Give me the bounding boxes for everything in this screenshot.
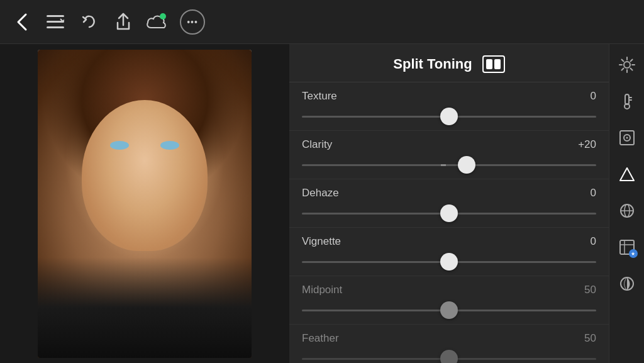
feather-slider-header: Feather 50 (302, 332, 596, 345)
light-icon[interactable] (615, 53, 639, 77)
dehaze-label: Dehaze (302, 187, 339, 199)
midpoint-label: Midpoint (302, 284, 342, 296)
midpoint-value: 50 (584, 284, 596, 296)
back-button[interactable] (10, 11, 33, 33)
texture-thumb[interactable] (440, 108, 458, 125)
optics-icon[interactable] (615, 199, 639, 223)
dehaze-slider-section: Dehaze 0 (289, 179, 609, 228)
svg-line-11 (630, 60, 632, 62)
svg-point-3 (624, 62, 630, 68)
color-icon[interactable] (615, 89, 639, 113)
clarity-slider-header: Clarity +20 (302, 138, 596, 151)
clarity-dash (441, 164, 446, 166)
svg-line-10 (621, 69, 623, 70)
svg-rect-12 (625, 94, 629, 104)
feather-track[interactable] (302, 350, 596, 363)
svg-point-18 (626, 137, 628, 139)
midpoint-slider-section: Midpoint 50 (289, 276, 609, 325)
main-content: Split Toning Texture 0 (0, 44, 644, 363)
photo-panel (0, 44, 289, 363)
more-dots: ••• (187, 17, 198, 27)
panel-title: Split Toning (393, 56, 472, 72)
dehaze-thumb[interactable] (440, 204, 458, 222)
photo-right-eye (160, 141, 179, 150)
texture-value: 0 (591, 90, 596, 103)
menu-button[interactable] (44, 11, 67, 33)
photo-face (82, 100, 208, 251)
geometry-badge: ★ (629, 249, 638, 258)
clarity-slider-section: Clarity +20 (289, 131, 609, 179)
dehaze-track[interactable] (302, 204, 596, 222)
feather-value: 50 (584, 332, 596, 345)
sliders-panel: Split Toning Texture 0 (289, 44, 609, 363)
toolbar-left: ••• (10, 9, 634, 35)
toolbar: ••• (0, 0, 644, 44)
svg-line-8 (621, 60, 623, 62)
texture-slider-section: Texture 0 (289, 82, 609, 131)
photo-left-eye (110, 141, 129, 150)
vignette-slider-header: Vignette 0 (302, 235, 596, 248)
split-toning-icon[interactable] (482, 55, 505, 73)
dehaze-value: 0 (591, 187, 596, 199)
geometry-icon[interactable]: ★ (615, 235, 639, 259)
panel-header: Split Toning (289, 44, 609, 82)
clarity-track[interactable] (302, 156, 596, 174)
more-button[interactable]: ••• (180, 9, 205, 35)
texture-track[interactable] (302, 108, 596, 125)
cloud-button[interactable] (146, 11, 169, 33)
effects-icon[interactable] (615, 162, 639, 186)
icon-rail: ★ (609, 44, 644, 363)
midpoint-track[interactable] (302, 301, 596, 319)
feather-thumb[interactable] (440, 350, 458, 363)
midpoint-slider-header: Midpoint 50 (302, 284, 596, 296)
svg-rect-0 (47, 15, 64, 17)
clarity-value: +20 (578, 138, 596, 151)
vignette-track[interactable] (302, 253, 596, 271)
svg-rect-1 (47, 21, 64, 23)
svg-line-9 (630, 69, 632, 70)
photo (38, 50, 252, 358)
clarity-thumb[interactable] (458, 156, 475, 174)
vignette-slider-section: Vignette 0 (289, 228, 609, 276)
cloud-status-dot (160, 13, 166, 20)
right-panel: Split Toning Texture 0 (289, 44, 644, 363)
feather-slider-section: Feather 50 (289, 325, 609, 363)
photo-jacket (38, 257, 252, 358)
share-button[interactable] (112, 11, 135, 33)
vignette-label: Vignette (302, 235, 341, 248)
snapshots-icon[interactable] (615, 272, 639, 296)
texture-label: Texture (302, 90, 337, 103)
detail-icon[interactable] (615, 126, 639, 150)
vignette-thumb[interactable] (440, 253, 458, 271)
texture-slider-header: Texture 0 (302, 90, 596, 103)
undo-button[interactable] (78, 11, 101, 33)
feather-label: Feather (302, 332, 339, 345)
dehaze-slider-header: Dehaze 0 (302, 187, 596, 199)
photo-eyes (97, 141, 192, 160)
svg-rect-2 (47, 26, 64, 28)
midpoint-thumb[interactable] (440, 301, 458, 319)
clarity-line (302, 164, 596, 166)
vignette-value: 0 (591, 235, 596, 248)
clarity-label: Clarity (302, 138, 332, 151)
